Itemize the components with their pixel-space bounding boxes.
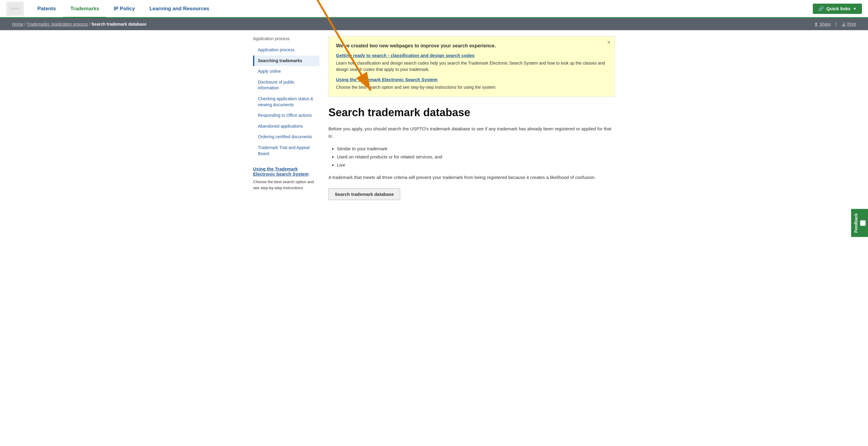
action-separator: | bbox=[836, 22, 837, 27]
sidebar-item-disclosure[interactable]: Disclosure of public information bbox=[253, 77, 319, 93]
nav-patents[interactable]: Patents bbox=[30, 1, 63, 18]
sidebar-item-ttab[interactable]: Trademark Trial and Appeal Board bbox=[253, 143, 319, 159]
sidebar-section-title: Application process bbox=[253, 36, 319, 42]
svg-text:USPTO: USPTO bbox=[11, 7, 19, 10]
breadcrumb-actions: ⬆ Share | 🖨 Print bbox=[814, 22, 856, 27]
share-icon: ⬆ bbox=[814, 22, 818, 27]
sidebar-featured: Using the Trademark Electronic Search Sy… bbox=[253, 166, 319, 191]
bullet-item-2: Used on related products or for related … bbox=[337, 153, 615, 161]
breadcrumb-current: Search trademark database bbox=[91, 22, 147, 27]
nav-links: Patents Trademarks IP Policy Learning an… bbox=[30, 0, 813, 17]
link-icon: 🔗 bbox=[818, 6, 824, 11]
print-label: Print bbox=[847, 22, 856, 27]
notice-link1-desc: Learn how classification and design sear… bbox=[336, 60, 608, 73]
sidebar-item-searching-trademarks[interactable]: Searching trademarks bbox=[253, 56, 319, 66]
share-label: Share bbox=[819, 22, 831, 27]
notice-close-button[interactable]: × bbox=[607, 39, 611, 45]
nav-logo: USPTO bbox=[6, 1, 24, 16]
search-trademark-database-button[interactable]: Search trademark database bbox=[329, 188, 400, 200]
bullet-item-3: Live bbox=[337, 161, 615, 169]
main-content: × We've created two new webpages to impr… bbox=[329, 36, 615, 200]
body-text-1: Before you apply, you should search the … bbox=[329, 125, 615, 140]
breadcrumb: Home / Trademarks: Application process /… bbox=[12, 22, 147, 27]
sidebar-item-application-process[interactable]: Application process bbox=[253, 44, 319, 56]
sidebar-featured-title[interactable]: Using the Trademark Electronic Search Sy… bbox=[253, 166, 319, 177]
notice-box: × We've created two new webpages to impr… bbox=[329, 36, 615, 97]
page-title: Search trademark database bbox=[329, 106, 615, 119]
print-action[interactable]: 🖨 Print bbox=[841, 22, 856, 27]
top-nav: USPTO Patents Trademarks IP Policy Learn… bbox=[0, 0, 868, 18]
notice-link1[interactable]: Getting ready to search - classification… bbox=[336, 53, 474, 58]
sidebar-item-responding-office[interactable]: Responding to Office actions bbox=[253, 110, 319, 121]
nav-learning-resources[interactable]: Learning and Resources bbox=[142, 1, 216, 18]
bullet-list: Similar to your trademark Used on relate… bbox=[337, 145, 615, 169]
body-text-2: A trademark that meets all three criteri… bbox=[329, 174, 615, 181]
page-layout: Application process Application process … bbox=[241, 30, 627, 206]
notice-heading: We've created two new webpages to improv… bbox=[336, 42, 608, 49]
bullet-item-1: Similar to your trademark bbox=[337, 145, 615, 153]
notice-link2[interactable]: Using the Trademark Electronic Search Sy… bbox=[336, 77, 438, 82]
breadcrumb-sep1: / bbox=[25, 22, 27, 27]
breadcrumb-home[interactable]: Home bbox=[12, 22, 23, 27]
sidebar-item-ordering-docs[interactable]: Ordering certified documents bbox=[253, 131, 319, 143]
quick-links-label: Quick links bbox=[826, 6, 850, 11]
sidebar-featured-desc: Choose the best search option and see st… bbox=[253, 179, 319, 191]
breadcrumb-sep2: / bbox=[89, 22, 91, 27]
sidebar-item-abandoned[interactable]: Abandoned applications bbox=[253, 121, 319, 132]
breadcrumb-bar: Home / Trademarks: Application process /… bbox=[0, 18, 868, 30]
sidebar-item-apply-online[interactable]: Apply online bbox=[253, 66, 319, 77]
breadcrumb-section[interactable]: Trademarks: Application process bbox=[27, 22, 88, 27]
print-icon: 🖨 bbox=[841, 22, 846, 27]
chevron-down-icon: ▼ bbox=[853, 7, 857, 11]
sidebar-item-checking-status[interactable]: Checking application status & viewing do… bbox=[253, 93, 319, 110]
notice-link2-desc: Choose the best search option and see st… bbox=[336, 84, 608, 91]
nav-ip-policy[interactable]: IP Policy bbox=[106, 1, 142, 18]
nav-trademarks[interactable]: Trademarks bbox=[63, 1, 106, 18]
share-action[interactable]: ⬆ Share bbox=[814, 22, 831, 27]
sidebar: Application process Application process … bbox=[253, 36, 319, 200]
quick-links-button[interactable]: 🔗 Quick links ▼ bbox=[813, 4, 862, 14]
